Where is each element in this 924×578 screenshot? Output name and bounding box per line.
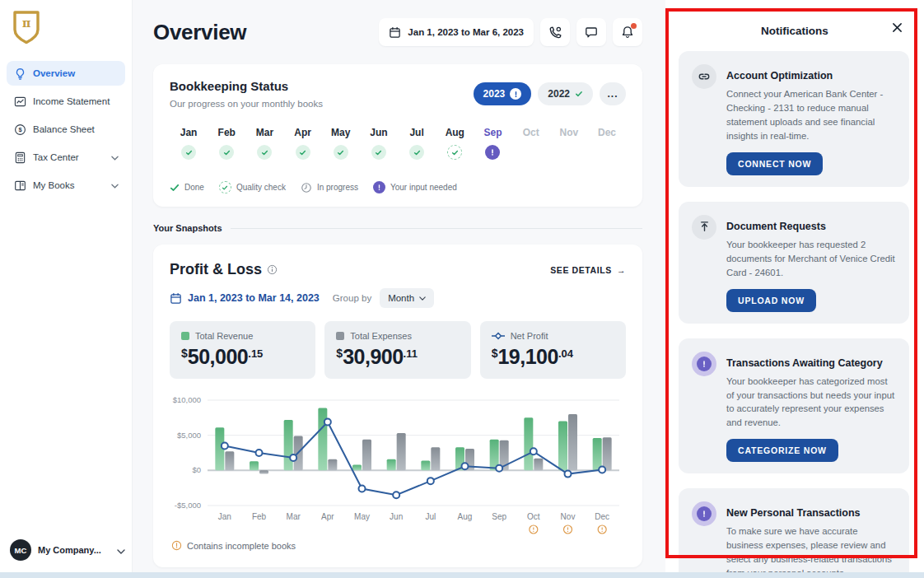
svg-text:Aug: Aug	[458, 512, 473, 521]
month-label: Jun	[370, 127, 387, 138]
month-status-done-icon	[257, 145, 272, 160]
phone-icon	[548, 26, 562, 40]
year-tab-2023[interactable]: 2023	[474, 82, 532, 105]
month-may[interactable]: May	[322, 127, 360, 160]
year-label: 2022	[548, 88, 570, 100]
month-apr[interactable]: Apr	[284, 127, 322, 160]
svg-text:Sep: Sep	[492, 512, 506, 521]
notification-new-personal-transactions: New Personal Transactions To make sure w…	[679, 488, 909, 578]
account-switcher[interactable]: MC My Company...	[10, 539, 125, 561]
notification-body: To make sure we have accurate business e…	[726, 524, 896, 578]
info-icon[interactable]	[267, 264, 278, 275]
month-jan[interactable]: Jan	[170, 127, 208, 160]
date-range-picker[interactable]: Jan 1, 2023 to Mar 6, 2023	[379, 18, 534, 46]
notifications-button[interactable]	[613, 18, 642, 46]
profit-loss-card: Profit & Loss SEE DETAILS → Jan 1, 2023 …	[153, 245, 642, 567]
month-feb[interactable]: Feb	[208, 127, 245, 160]
sidebar: π Overview Income Statement $ Balance Sh…	[0, 0, 133, 572]
svg-text:-$5,000: -$5,000	[175, 501, 201, 510]
sidebar-item-label: Tax Center	[33, 152, 79, 162]
sidebar-item-balance-sheet[interactable]: $ Balance Sheet	[7, 117, 125, 142]
month-jul[interactable]: Jul	[398, 127, 436, 160]
calendar-icon	[170, 292, 182, 305]
metric-total-expenses[interactable]: Total Expenses $30,900.11	[324, 321, 470, 379]
sidebar-item-label: Income Statement	[33, 96, 110, 106]
month-oct[interactable]: Oct	[512, 127, 550, 160]
date-range-value: Jan 1, 2023 to Mar 6, 2023	[408, 27, 524, 37]
chevron-down-icon	[117, 543, 125, 557]
calendar-icon	[389, 26, 401, 39]
sidebar-item-my-books[interactable]: My Books	[7, 173, 125, 198]
more-options-button[interactable]: ...	[600, 82, 626, 105]
close-icon[interactable]	[892, 21, 903, 36]
app-logo[interactable]: π	[12, 10, 132, 48]
month-mar[interactable]: Mar	[245, 127, 283, 160]
sidebar-item-label: Balance Sheet	[33, 124, 95, 134]
month-label: Oct	[523, 127, 539, 138]
snapshots-section-label: Your Snapshots	[153, 223, 222, 233]
alert-icon	[510, 88, 521, 100]
month-dec[interactable]: Dec	[588, 127, 626, 160]
group-by-dropdown[interactable]: Month	[380, 288, 434, 308]
month-status-quality-check-icon	[447, 145, 462, 160]
see-details-link[interactable]: SEE DETAILS →	[550, 265, 626, 275]
month-status-done-icon	[409, 145, 424, 160]
book-icon	[13, 179, 26, 192]
pl-date-range-picker[interactable]: Jan 1, 2023 to Mar 14, 2023	[170, 292, 320, 305]
sidebar-item-label: My Books	[33, 180, 75, 190]
month-label: Jul	[409, 127, 423, 138]
support-call-button[interactable]	[540, 18, 570, 46]
month-status-done-icon	[334, 145, 348, 160]
metric-total-revenue[interactable]: Total Revenue $50,000.15	[170, 321, 315, 379]
chevron-down-icon	[111, 180, 119, 190]
sidebar-item-tax-center[interactable]: Tax Center	[7, 145, 125, 170]
svg-text:Oct: Oct	[527, 512, 540, 521]
expenses-swatch-icon	[336, 332, 344, 340]
legend-input-needed: Your input needed	[373, 181, 457, 193]
month-status-done-icon	[181, 145, 196, 160]
svg-text:$10,000: $10,000	[173, 395, 201, 404]
check-icon	[170, 183, 180, 193]
divider	[231, 228, 642, 229]
month-aug[interactable]: Aug	[436, 127, 474, 160]
notification-title: Document Requests	[726, 215, 896, 232]
month-sep[interactable]: Sep	[474, 127, 511, 160]
month-status-done-icon	[296, 145, 310, 160]
account-name: My Company...	[38, 545, 101, 555]
notification-body: Your bookkeeper has categorized most of …	[726, 375, 896, 431]
sidebar-item-label: Overview	[33, 68, 75, 78]
categorize-now-button[interactable]: CATEGORIZE NOW	[726, 439, 838, 462]
sidebar-item-income-statement[interactable]: Income Statement	[7, 89, 125, 114]
chevron-down-icon	[419, 296, 426, 301]
page-bottom-scrollbar	[0, 572, 924, 578]
notification-dot	[631, 23, 637, 29]
sidebar-nav: Overview Income Statement $ Balance Shee…	[0, 61, 132, 198]
status-legend: Done Quality check In progress Your inpu…	[170, 181, 626, 193]
dollar-circle-icon: $	[13, 123, 26, 136]
connect-now-button[interactable]: CONNECT NOW	[726, 152, 823, 175]
month-nov[interactable]: Nov	[550, 127, 588, 160]
notifications-title: Notifications	[761, 25, 828, 37]
svg-text:Mar: Mar	[287, 512, 301, 521]
legend-done: Done	[170, 183, 204, 193]
upload-icon	[692, 215, 716, 240]
year-tab-2022[interactable]: 2022	[538, 82, 593, 105]
bookkeeping-subtitle: Our progress on your monthly books	[170, 99, 323, 109]
link-icon	[692, 64, 716, 89]
sidebar-item-overview[interactable]: Overview	[7, 61, 125, 86]
month-label: Jan	[180, 127, 198, 138]
chat-button[interactable]	[576, 18, 606, 46]
upload-now-button[interactable]: UPLOAD NOW	[726, 289, 816, 312]
month-jun[interactable]: Jun	[360, 127, 398, 160]
bookkeeping-status-card: Bookkeeping Status Our progress on your …	[153, 64, 642, 207]
metric-net-profit[interactable]: Net Profit $19,100.04	[480, 321, 626, 379]
profit-loss-chart: $10,000$5,000$0-$5,000JanFebMarAprMayJun…	[170, 389, 623, 535]
dashed-check-icon	[219, 181, 231, 193]
month-label: May	[331, 127, 350, 138]
alert-icon	[692, 352, 716, 376]
alert-icon	[373, 181, 385, 193]
chat-icon	[585, 26, 598, 39]
alert-icon	[692, 501, 716, 526]
month-status-done-icon	[219, 145, 234, 160]
bookkeeping-title: Bookkeeping Status	[170, 79, 323, 93]
